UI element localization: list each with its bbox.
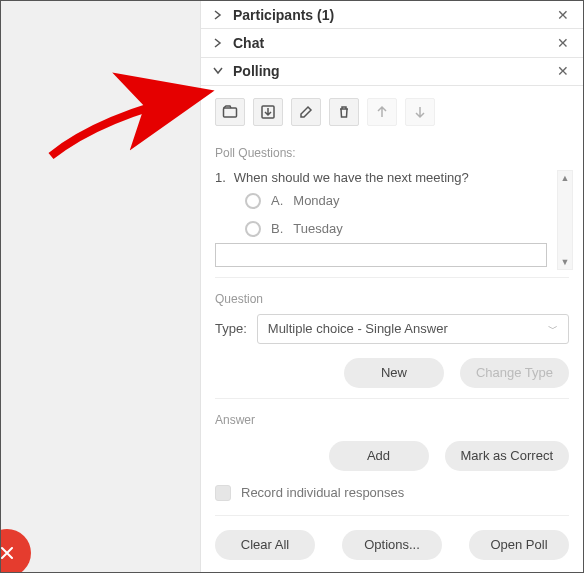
type-row: Type: Multiple choice - Single Answer ﹀ bbox=[215, 314, 569, 344]
answer-section: Answer Add Mark as Correct Record indivi… bbox=[215, 398, 569, 501]
poll-questions-label: Poll Questions: bbox=[215, 146, 569, 160]
polling-title: Polling bbox=[233, 63, 553, 79]
answer-item[interactable]: B. Tuesday bbox=[245, 221, 569, 237]
question-text: When should we have the next meeting? bbox=[234, 170, 469, 185]
change-type-button: Change Type bbox=[460, 358, 569, 388]
new-question-button[interactable]: New bbox=[344, 358, 444, 388]
question-number: 1. bbox=[215, 170, 226, 185]
edit-button[interactable] bbox=[291, 98, 321, 126]
side-panels: Participants (1) ✕ Chat ✕ Polling ✕ bbox=[201, 1, 583, 572]
polling-header[interactable]: Polling ✕ bbox=[201, 58, 583, 86]
type-label: Type: bbox=[215, 321, 247, 336]
chat-title: Chat bbox=[233, 35, 553, 51]
type-dropdown[interactable]: Multiple choice - Single Answer ﹀ bbox=[257, 314, 569, 344]
move-down-button bbox=[405, 98, 435, 126]
footer-buttons: Clear All Options... Open Poll bbox=[215, 515, 569, 560]
delete-button[interactable] bbox=[329, 98, 359, 126]
radio-icon[interactable] bbox=[245, 193, 261, 209]
question-section-label: Question bbox=[215, 292, 569, 306]
answer-letter: B. bbox=[271, 221, 283, 236]
close-polling[interactable]: ✕ bbox=[553, 63, 573, 79]
move-up-button bbox=[367, 98, 397, 126]
left-empty-area bbox=[1, 1, 201, 572]
scroll-down-icon[interactable]: ▼ bbox=[561, 257, 570, 267]
answer-text: Tuesday bbox=[293, 221, 342, 236]
open-poll-button[interactable]: Open Poll bbox=[469, 530, 569, 560]
answer-item[interactable]: A. Monday bbox=[245, 193, 569, 209]
scrollbar[interactable]: ▲ ▼ bbox=[557, 170, 573, 270]
svg-rect-0 bbox=[224, 108, 237, 117]
new-answer-input[interactable] bbox=[215, 243, 547, 267]
mark-correct-button[interactable]: Mark as Correct bbox=[445, 441, 569, 471]
answer-letter: A. bbox=[271, 193, 283, 208]
chevron-right-icon bbox=[211, 38, 225, 48]
checkbox-icon[interactable] bbox=[215, 485, 231, 501]
radio-icon[interactable] bbox=[245, 221, 261, 237]
question-buttons: New Change Type bbox=[215, 358, 569, 388]
answer-buttons: Add Mark as Correct bbox=[215, 441, 569, 471]
answers-list: A. Monday B. Tuesday bbox=[215, 185, 569, 237]
chevron-down-icon bbox=[211, 66, 225, 76]
clear-all-button[interactable]: Clear All bbox=[215, 530, 315, 560]
poll-toolbar bbox=[215, 94, 569, 132]
open-poll-file-button[interactable] bbox=[215, 98, 245, 126]
record-responses-row[interactable]: Record individual responses bbox=[215, 485, 569, 501]
options-button[interactable]: Options... bbox=[342, 530, 442, 560]
poll-question-area: 1. When should we have the next meeting?… bbox=[215, 170, 569, 267]
question-row: 1. When should we have the next meeting? bbox=[215, 170, 569, 185]
add-answer-button[interactable]: Add bbox=[329, 441, 429, 471]
close-chat[interactable]: ✕ bbox=[553, 35, 573, 51]
close-participants[interactable]: ✕ bbox=[553, 7, 573, 23]
save-poll-button[interactable] bbox=[253, 98, 283, 126]
chat-header[interactable]: Chat ✕ bbox=[201, 29, 583, 57]
participants-header[interactable]: Participants (1) ✕ bbox=[201, 1, 583, 29]
question-section: Question Type: Multiple choice - Single … bbox=[215, 277, 569, 388]
participants-title: Participants (1) bbox=[233, 7, 553, 23]
answer-text: Monday bbox=[293, 193, 339, 208]
answer-section-label: Answer bbox=[215, 413, 569, 427]
chevron-right-icon bbox=[211, 10, 225, 20]
polling-body: Poll Questions: 1. When should we have t… bbox=[201, 86, 583, 572]
type-value: Multiple choice - Single Answer bbox=[268, 321, 448, 336]
scroll-up-icon[interactable]: ▲ bbox=[561, 173, 570, 183]
chevron-down-icon: ﹀ bbox=[548, 322, 558, 336]
record-responses-label: Record individual responses bbox=[241, 485, 404, 500]
